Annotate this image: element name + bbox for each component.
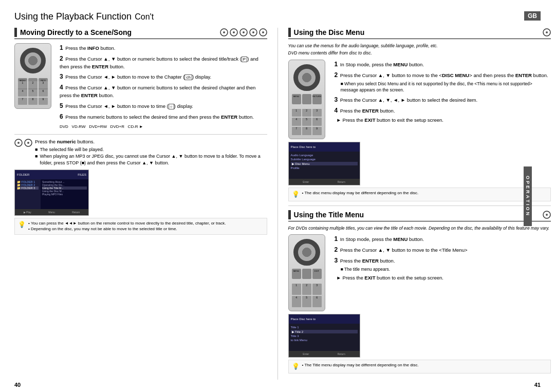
disc-screen-bottom: Enter Return <box>289 179 360 185</box>
title-screen-body: Title 1 ▶ Title 2 Title 3 to link Menu <box>289 324 360 351</box>
page-title: Using the Playback Function Con't <box>14 9 154 23</box>
disc-types-text: DVD VD-RW DVD+RW DVD+R CD-R ► <box>60 124 143 130</box>
remote-device: MENU INFO 1 2 3 4 5 6 7 <box>14 43 51 109</box>
title-menu-disc-icon <box>543 211 551 219</box>
title-step-2: 2 Press the Cursor ▲, ▼ button to move t… <box>335 245 551 254</box>
disc-screen-btn-enter: Enter <box>303 180 309 183</box>
screen-btn-return: Return <box>72 211 80 214</box>
title-btn-exit: EXIT <box>312 269 322 279</box>
svg-point-17 <box>546 214 548 216</box>
disc-screen-btn-return: Return <box>338 180 345 183</box>
bullet-2: ■ When playing an MP3 or JPEG disc, you … <box>35 153 267 166</box>
disc-screen-title: Place Disc here to <box>291 145 316 148</box>
num-1: 1 <box>292 109 301 117</box>
disc-step-2-note: ■ When you select Disc Menu and it is no… <box>341 81 551 94</box>
disc-menu-device: MENU RETURN 1 2 3 4 5 6 7 8 <box>288 60 329 139</box>
num-btn: 8 <box>28 98 38 105</box>
t-num-4: 4 <box>292 296 301 307</box>
disc-menu-steps: 1 In Stop mode, press the MENU button. 2… <box>335 60 551 139</box>
screen-btn-menu: Menu <box>48 211 55 214</box>
svg-point-1 <box>223 31 225 33</box>
num-btn: 9 <box>39 98 48 105</box>
t-num-3: 3 <box>312 284 322 295</box>
title-step-3-note: ■ The title menu appears. <box>341 267 551 273</box>
cd-icon <box>230 28 238 36</box>
title-menu-title: Using the Title Menu <box>294 211 540 219</box>
title-text: Using the Playback Function <box>14 11 132 22</box>
operation-sidebar: OPERATION <box>524 166 532 226</box>
title-menu-intro: For DVDs containing multiple titles, you… <box>288 226 551 232</box>
disc-menu-disc-icon <box>543 28 551 36</box>
title-screen-btn-return: Return <box>338 352 345 356</box>
num-btn: 1 <box>18 81 27 88</box>
disc-screen-content: Place Disc here to Audio Language Subtit… <box>289 142 360 185</box>
dvdvr-icon <box>249 28 257 36</box>
title-btn-menu: MENU <box>292 269 301 279</box>
numeric-subsection: Press the numeric buttons. ■ The selecte… <box>14 139 267 167</box>
title-item-selected: ▶ Title 2 <box>291 330 358 333</box>
cdr-icon <box>259 28 267 36</box>
title-menu-tip: 💡 • The Title menu display may be differ… <box>288 360 551 374</box>
svg-point-7 <box>252 31 254 33</box>
screen-folder-text: FOLDER <box>17 173 29 176</box>
playlist-screen: FOLDER FILES 📁 FOLDER 1 📁 FOLDER 2 📁 FOL… <box>14 170 89 216</box>
scene-song-header: Moving Directly to a Scene/Song <box>14 28 267 39</box>
num-5: 5 <box>302 118 311 126</box>
mp3-disc-icon <box>14 139 23 147</box>
section-divider <box>14 134 267 135</box>
left-column: Moving Directly to a Scene/Song <box>14 28 267 380</box>
step-2: 2 Press the Cursor ▲, ▼ button or numeri… <box>60 54 267 70</box>
disc-exit-note: ► Press the EXIT button to exit the setu… <box>337 117 551 124</box>
disc-menu-remote: MENU RETURN 1 2 3 4 5 6 7 8 <box>288 60 325 139</box>
title-suffix: Con't <box>135 12 154 21</box>
disc-screen-body: Audio Language Subtitle Language ▶ Disc … <box>289 152 360 179</box>
num-3: 3 <box>312 109 322 117</box>
screen-btn-play: ▶ Play <box>24 211 31 214</box>
jpeg-disc-icon <box>24 139 32 147</box>
page-numbers: 40 41 <box>14 382 541 388</box>
title-menu-divider <box>288 206 551 206</box>
disc-menu-nav-ring <box>293 64 320 91</box>
svg-point-5 <box>243 31 245 33</box>
num-2: 2 <box>302 109 311 117</box>
playlist-screen-area: FOLDER FILES 📁 FOLDER 1 📁 FOLDER 2 📁 FOL… <box>14 170 267 216</box>
bullet-list: ■ The selected file will be played. ■ Wh… <box>35 146 267 166</box>
title-tip-text: • The Title menu display may be differen… <box>302 362 419 368</box>
num-btn: 3 <box>39 81 48 88</box>
step-5: 5 Press the Cursor ◄, ► button to move t… <box>60 101 267 110</box>
disc-menu-content: MENU RETURN 1 2 3 4 5 6 7 8 <box>288 60 551 139</box>
title-step-1: 1 In Stop mode, press the MENU button. <box>335 234 551 244</box>
file-item: Playing MP3 Files <box>42 193 87 196</box>
disc-menu-item-selected: ▶ Disc Menu <box>291 162 358 165</box>
step-1: 1 Press the INFO button. <box>60 43 267 52</box>
disc-tip-icon: 💡 <box>292 190 300 199</box>
main-content: Moving Directly to a Scene/Song <box>14 28 541 380</box>
svg-point-13 <box>27 142 29 144</box>
t-num-2: 2 <box>302 284 311 295</box>
disc-menu-bar <box>288 28 291 37</box>
disc-menu-btn-enter <box>302 94 311 104</box>
title-screen-top: Place Disc here to <box>289 314 360 324</box>
num-btn: 5 <box>28 89 38 97</box>
numeric-intro: Press the numeric buttons. <box>35 139 267 144</box>
nav-ring <box>20 48 46 73</box>
title-menu-device: MENU EXIT 1 2 3 4 5 6 <box>288 234 329 311</box>
disc-screen-top: Place Disc here to <box>289 142 360 152</box>
disc-menu-header: Using the Disc Menu <box>288 28 551 39</box>
num-9: 9 <box>312 127 322 135</box>
disc-tip-text: • The disc menu display may be different… <box>302 190 419 196</box>
title-menu-steps: 1 In Stop mode, press the MENU button. 2… <box>335 234 551 311</box>
title-screen-header: Place Disc here to <box>291 318 316 321</box>
title-menu-remote: MENU EXIT 1 2 3 4 5 6 <box>288 234 325 311</box>
num-4: 4 <box>292 118 301 126</box>
num-8: 8 <box>302 127 311 135</box>
svg-point-11 <box>17 142 20 144</box>
disc-menu-screen-area: Place Disc here to Audio Language Subtit… <box>288 142 551 185</box>
svg-point-15 <box>546 31 548 33</box>
disc-menu-intro1: You can use the menus for the audio lang… <box>288 43 551 49</box>
disc-menu-btn-row: MENU RETURN <box>291 93 323 105</box>
page-num-right: 41 <box>534 382 541 388</box>
title-menu-bar <box>288 210 291 219</box>
screen-bottom-bar: ▶ Play Menu Return <box>15 209 88 215</box>
title-item1: Title 1 <box>291 326 358 329</box>
